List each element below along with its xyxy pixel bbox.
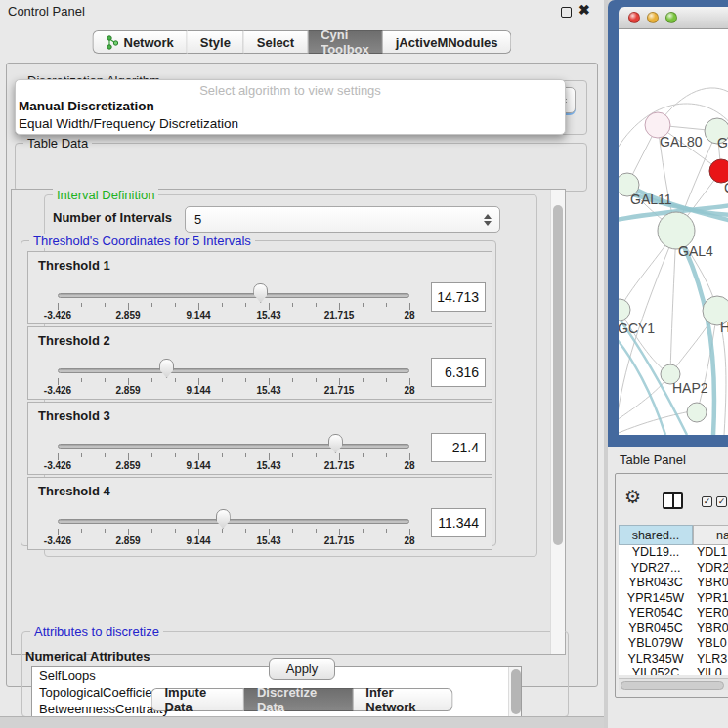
zoom-traffic-light[interactable] (665, 12, 677, 23)
slider-tick-label: 9.144 (169, 535, 228, 546)
tab-impute-data[interactable]: Impute Data (151, 688, 244, 711)
table-row[interactable]: YPR145WYPR1 (619, 591, 728, 607)
slider-thumb[interactable] (159, 359, 174, 378)
slider-tick (245, 529, 246, 533)
threshold-panel-1: Threshold 1-3.4262.8599.14415.4321.71528 (27, 251, 492, 324)
tab-cyni-toolbox[interactable]: Cyni Toolbox (308, 30, 383, 54)
slider-track[interactable] (58, 519, 409, 524)
slider-tick-label: 28 (380, 535, 439, 546)
threshold-value-field[interactable] (431, 282, 486, 312)
network-edge[interactable] (619, 410, 695, 435)
threshold-label: Threshold 4 (38, 484, 110, 498)
checkbox-icon-1[interactable]: ✓ (702, 496, 712, 507)
slider-tick-label: 21.715 (310, 535, 368, 546)
slider-tick-label: 9.144 (169, 460, 228, 471)
attributes-scrollbar[interactable] (508, 667, 521, 716)
slider-tick (198, 453, 199, 460)
slider-tick (339, 303, 340, 310)
threshold-value-field[interactable] (431, 508, 486, 537)
panel-scrollbar[interactable] (550, 190, 565, 654)
table-row[interactable]: YDL19...YDL1 (619, 545, 728, 561)
tab-infer-network[interactable]: Infer Network (353, 688, 452, 711)
slider-tick (58, 378, 59, 385)
slider-tick (409, 303, 410, 310)
tab-label: jActiveMNodules (396, 35, 498, 50)
threshold-value-field[interactable] (431, 358, 486, 387)
threshold-value-field[interactable] (431, 433, 486, 462)
bottom-strip (0, 716, 604, 728)
tab-jactivemnodules[interactable]: jActiveMNodules (383, 30, 512, 54)
gear-icon[interactable]: ⚙ (624, 488, 641, 506)
table-row[interactable]: YLR345WYLR3 (619, 652, 728, 667)
group-label-interval: Interval Definition (53, 188, 158, 202)
network-node[interactable] (619, 299, 630, 321)
algorithm-option-manual-discretization[interactable]: Manual Discretization (16, 99, 565, 116)
threshold-slider[interactable]: -3.4262.8599.14415.4321.71528 (50, 278, 417, 322)
split-view-icon[interactable] (663, 492, 683, 509)
threshold-panel-3: Threshold 3-3.4262.8599.14415.4321.71528 (27, 402, 492, 475)
column-header-1[interactable]: shared... (619, 525, 693, 545)
table-cell: YBL079W (619, 636, 693, 652)
table-row[interactable]: YBR045CYBR0 (619, 621, 728, 637)
slider-tick-label: 9.144 (169, 385, 228, 396)
close-icon[interactable]: ✖ (578, 2, 590, 18)
number-of-intervals-combobox[interactable]: 5 (185, 206, 500, 233)
close-traffic-light[interactable] (628, 12, 640, 23)
tab-select[interactable]: Select (244, 30, 308, 54)
slider-tick (222, 453, 223, 457)
table-cell: YBR0 (693, 621, 728, 637)
slider-tick (292, 529, 293, 533)
table-rows: YDL19...YDL1YDR27...YDR2YBR043CYBR0YPR14… (619, 545, 728, 675)
network-icon (106, 35, 118, 50)
slider-tick-label: 28 (380, 460, 439, 471)
tab-discretize-data[interactable]: Discretize Data (244, 688, 353, 711)
slider-tick (316, 453, 317, 457)
network-node[interactable] (687, 403, 707, 422)
column-header-2[interactable]: na (693, 525, 728, 545)
threshold-label: Threshold 2 (38, 333, 110, 348)
slider-track[interactable] (58, 293, 409, 298)
table-row[interactable]: YBL079WYBL0 (619, 636, 728, 652)
float-window-icon[interactable] (561, 7, 572, 18)
table-row[interactable]: YIL052CYIL0 (619, 666, 728, 675)
slider-track[interactable] (58, 444, 409, 449)
tab-style[interactable]: Style (188, 30, 244, 54)
minimize-traffic-light[interactable] (647, 12, 659, 23)
table-cell: YDL1 (693, 545, 728, 561)
slider-tick (175, 453, 176, 457)
table-cell: YLR3 (693, 652, 728, 667)
slider-tick (316, 529, 317, 533)
slider-track[interactable] (58, 368, 409, 373)
network-edge[interactable] (670, 231, 676, 374)
slider-thumb[interactable] (216, 509, 231, 529)
checkbox-icon-2[interactable]: ✓ (716, 496, 727, 507)
table-row[interactable]: YDR27...YDR2 (619, 561, 728, 577)
combo-arrows-icon (484, 214, 492, 226)
slider-thumb[interactable] (253, 283, 268, 303)
slider-tick-label: 15.43 (239, 385, 298, 396)
slider-tick (409, 453, 410, 460)
number-of-intervals-value: 5 (186, 212, 201, 227)
network-edge[interactable] (620, 310, 670, 374)
threshold-label: Threshold 3 (38, 408, 110, 423)
tab-network[interactable]: Network (92, 30, 187, 54)
top-tab-bar: NetworkStyleSelectCyni ToolboxjActiveMNo… (92, 30, 511, 54)
table-row[interactable]: YBR043CYBR0 (619, 576, 728, 591)
threshold-slider[interactable]: -3.4262.8599.14415.4321.71528 (50, 428, 417, 473)
tab-label: Discretize Data (257, 685, 339, 714)
table-horizontal-scrollbar[interactable] (619, 678, 728, 690)
algorithm-placeholder-option[interactable]: Select algorithm to view settings (16, 80, 565, 99)
threshold-slider[interactable]: -3.4262.8599.14415.4321.71528 (50, 353, 417, 398)
node-label: GA (717, 135, 728, 150)
slider-thumb[interactable] (328, 434, 343, 453)
control-panel: Control Panel ✖ NetworkStyleSelectCyni T… (0, 0, 604, 716)
table-cell: YLR345W (619, 652, 693, 667)
algorithm-option-equal-width-frequency-discretization[interactable]: Equal Width/Frequency Discretization (16, 116, 565, 134)
group-label-attributes: Attributes to discretize (30, 624, 163, 639)
network-canvas[interactable]: GAL80GACGAL11GAL4GCY1HHAP2 (619, 29, 728, 435)
table-row[interactable]: YER054CYER0 (619, 606, 728, 621)
slider-tick (105, 378, 106, 382)
node-label: C (724, 180, 728, 195)
threshold-slider[interactable]: -3.4262.8599.14415.4321.71528 (50, 503, 417, 548)
apply-button[interactable]: Apply (269, 658, 335, 680)
